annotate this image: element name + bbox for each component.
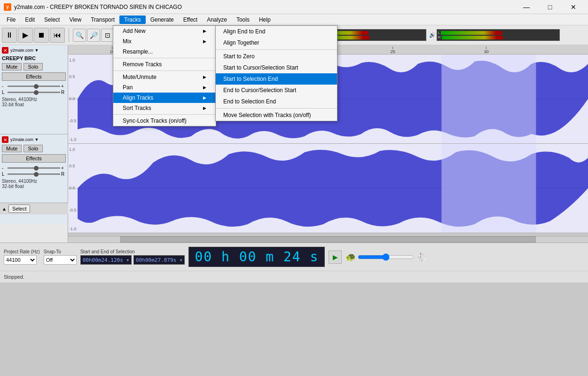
ruler-mark-15: 15 — [204, 47, 208, 54]
horizontal-scrollbar[interactable] — [68, 236, 588, 243]
project-rate-select[interactable]: 44100 48000 96000 — [4, 255, 37, 265]
svg-text:0.5: 0.5 — [69, 74, 75, 79]
select-button[interactable]: Select — [8, 204, 31, 213]
pan-track[interactable] — [8, 92, 60, 93]
menu-transport[interactable]: Transport — [86, 16, 119, 24]
zoom-full-button[interactable]: ⊟ — [129, 29, 142, 42]
track-1-waveform-svg: 1.0 0.5 0.0 -0.5 -1.0 — [68, 55, 588, 143]
minimize-button[interactable]: — — [516, 0, 537, 14]
ruler-mark-20: 20 — [297, 47, 302, 54]
track-panel: ✕ y2mate.com ▼ CREEPY BRC Mute Solo Effe… — [0, 45, 68, 243]
silence-button[interactable]: ⇌ — [159, 29, 172, 42]
audio-setup-button[interactable]: 🔊 Audio Setup — [209, 27, 247, 44]
track-1-waveform[interactable]: 1.0 0.5 0.0 -0.5 -1.0 — [68, 55, 588, 144]
main-area: ✕ y2mate.com ▼ CREEPY BRC Mute Solo Effe… — [0, 45, 588, 243]
menu-effect[interactable]: Effect — [179, 16, 202, 24]
pan-right-icon: R — [61, 90, 66, 95]
zoom-out-button[interactable]: 🔎 — [87, 29, 100, 42]
undo-button[interactable]: ↩ — [173, 29, 187, 42]
svg-text:-0.5: -0.5 — [69, 208, 77, 212]
toolbar: ⏸ ▶ ⏹ ⏮ 🔍 🔎 ⊡ ⊞ ⊟ ⇋ ⇌ ↩ ↪ 🔊 Audio Setup … — [0, 25, 588, 45]
svg-text:1.0: 1.0 — [69, 147, 75, 152]
track-2-solo-button[interactable]: Solo — [24, 145, 42, 152]
svg-text:0.5: 0.5 — [69, 164, 75, 168]
volume-max-icon: + — [61, 84, 66, 89]
project-rate-section: Project Rate (Hz) 44100 48000 96000 — [4, 249, 40, 265]
svg-text:1.0: 1.0 — [69, 58, 75, 63]
track-2-volume-track[interactable] — [8, 167, 60, 169]
track-2-effects-button[interactable]: Effects — [2, 154, 66, 163]
selection-type-label: Start and End of Selection — [80, 249, 185, 254]
speed-section: 🐢 🐇 — [345, 252, 426, 262]
close-button[interactable]: ✕ — [563, 0, 584, 14]
track-1-title-row: ✕ y2mate.com ▼ — [2, 47, 66, 54]
track-2-mute-button[interactable]: Mute — [2, 145, 22, 152]
end-time-field[interactable]: 00h00m27.879s ▾ — [133, 255, 185, 265]
zoom-toolbar: 🔍 🔎 ⊡ ⊞ ⊟ — [73, 29, 142, 42]
track-1-info: Stereo, 44100Hz32-bit float — [2, 97, 66, 107]
volume-track[interactable] — [8, 86, 60, 87]
ruler-mark-30: 30 — [484, 47, 489, 54]
skip-back-button[interactable]: ⏮ — [50, 28, 65, 43]
play-button[interactable]: ▶ — [18, 28, 33, 43]
snap-to-section: Snap-To Off On — [44, 249, 77, 265]
speed-slider[interactable] — [358, 253, 414, 261]
trim-button[interactable]: ⇋ — [145, 29, 158, 42]
transport-toolbar: ⏸ ▶ ⏹ ⏮ — [2, 28, 65, 43]
ruler-mark-25: 25 — [391, 47, 395, 54]
volume-icon: - — [2, 84, 7, 89]
track-1-solo-button[interactable]: Solo — [24, 63, 42, 70]
track-1-mute-solo: Mute Solo — [2, 63, 66, 70]
output-vu-meter: L -54 -48 -42 -36 -30 -24 -18 -12 -6 R — [437, 29, 560, 41]
track-2-pan-track[interactable] — [8, 173, 60, 175]
zoom-in-button[interactable]: 🔍 — [73, 29, 86, 42]
zoom-fit-button[interactable]: ⊡ — [101, 29, 114, 42]
track-2-waveform[interactable]: 1.0 0.5 0.0 -0.5 -1.0 — [68, 144, 588, 233]
svg-text:-1.0: -1.0 — [69, 137, 77, 142]
track-1-name: CREEPY BRC — [2, 55, 36, 61]
maximize-button[interactable]: □ — [539, 0, 561, 14]
bottom-bar: Project Rate (Hz) 44100 48000 96000 Snap… — [0, 243, 588, 271]
track-1-pan-slider: L R — [2, 90, 66, 95]
bottom-play-button[interactable]: ▶ — [329, 251, 342, 264]
menu-analyze[interactable]: Analyze — [202, 16, 232, 24]
window-controls: — □ ✕ — [516, 0, 584, 14]
time-fields: 00h00m24.120s ▾ 00h00m27.879s ▾ — [80, 255, 185, 265]
track-1-effects-button[interactable]: Effects — [2, 72, 66, 81]
track-2-waveform-svg: 1.0 0.5 0.0 -0.5 -1.0 — [68, 144, 588, 233]
share-audio-button[interactable]: ⬆ Share Audio — [249, 27, 288, 44]
track-1-close-button[interactable]: ✕ — [2, 47, 8, 54]
bottom-transport-buttons: ▶ — [329, 251, 342, 264]
pause-button[interactable]: ⏸ — [2, 28, 17, 43]
toolbar-separator-2 — [204, 28, 205, 42]
svg-text:0.0: 0.0 — [69, 186, 75, 191]
menu-help[interactable]: Help — [254, 16, 275, 24]
app-icon: y — [4, 3, 11, 11]
track-2-info: Stereo, 44100Hz32-bit float — [2, 179, 66, 189]
waveform-area: 10 15 20 25 30 1.0 0.5 0.0 -0.5 -1.0 — [68, 45, 588, 243]
track-2-close-button[interactable]: ✕ — [2, 136, 8, 143]
pan-left-icon: L — [2, 90, 7, 95]
menu-file[interactable]: File — [2, 16, 20, 24]
status-text: Stopped. — [4, 274, 24, 280]
stop-button[interactable]: ⏹ — [34, 28, 49, 43]
snap-to-select[interactable]: Off On — [44, 255, 77, 265]
menu-view[interactable]: View — [64, 16, 86, 24]
svg-text:-0.5: -0.5 — [69, 118, 77, 123]
menu-edit[interactable]: Edit — [20, 16, 39, 24]
start-time-field[interactable]: 00h00m24.120s ▾ — [80, 255, 132, 265]
menu-bar: File Edit Select View Transport Tracks G… — [0, 14, 588, 25]
track-1-mute-button[interactable]: Mute — [2, 63, 22, 70]
menu-tools[interactable]: Tools — [232, 16, 254, 24]
toolbar-separator-1 — [69, 28, 69, 42]
recording-meter: 🎤 L -54 -48 -42 -36 -30 -24 -18 -12 -6 R… — [296, 29, 560, 41]
title-bar: y y2mate.com - CREEPY BROKEN TORNADO SIR… — [0, 0, 588, 14]
menu-tracks[interactable]: Tracks — [119, 16, 146, 24]
zoom-selection-button[interactable]: ⊞ — [115, 29, 128, 42]
svg-text:0.0: 0.0 — [69, 97, 75, 102]
menu-select[interactable]: Select — [39, 16, 64, 24]
menu-generate[interactable]: Generate — [146, 16, 179, 24]
input-vu-meter: L -54 -48 -42 -36 -30 -24 -18 -12 -6 R — [303, 29, 426, 41]
svg-text:-1.0: -1.0 — [69, 227, 77, 231]
redo-button[interactable]: ↪ — [188, 29, 201, 42]
